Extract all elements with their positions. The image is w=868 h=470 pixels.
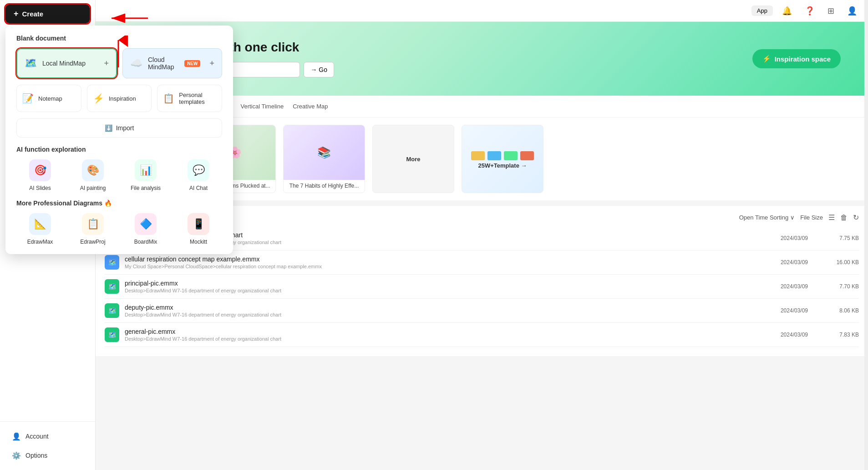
file-date-3: 2024/03/09 [753, 307, 808, 314]
local-mindmap-label: Local MindMap [42, 60, 86, 67]
mockitt-icon: 📱 [188, 213, 209, 235]
hero-go-button[interactable]: → Go [304, 62, 334, 77]
app-button[interactable]: App [751, 5, 773, 16]
tab-vertical-timeline[interactable]: Vertical Timeline [240, 101, 284, 112]
file-name-1: cellular respiration concept map example… [125, 255, 748, 263]
file-name-2: principal-pic.emmx [125, 280, 748, 287]
new-badge: NEW [184, 60, 200, 67]
cloud-mindmap-card[interactable]: ☁️ Cloud MindMap NEW + [122, 48, 222, 78]
sidebar-item-label: Account [25, 433, 49, 440]
edrawproj-label: EdrawProj [80, 239, 105, 245]
file-path-1: My Cloud Space>Personal CloudSpace>cellu… [125, 264, 352, 269]
inspiration-card[interactable]: ⚡ Inspiration [87, 85, 152, 112]
edrawproj-item[interactable]: 📋 EdrawProj [69, 213, 117, 245]
file-date-1: 2024/03/09 [753, 259, 808, 266]
create-menu: Blank document 🗺️ Local MindMap + ☁️ Clo… [5, 26, 233, 254]
template-card-25w[interactable]: 25W+Template → [462, 125, 543, 193]
grid-button[interactable]: ⊞ [824, 4, 838, 18]
create-label: Create [22, 10, 44, 18]
ai-functions-grid: 🎯 AI Slides 🎨 AI painting 📊 File analysi… [16, 159, 222, 191]
personal-templates-label: Personal templates [179, 92, 216, 105]
edrawmax-label: EdrawMax [27, 239, 53, 245]
ai-chat-icon: 💬 [188, 159, 209, 181]
file-size-1: 16.00 KB [813, 259, 859, 266]
ai-painting-item[interactable]: 🎨 AI painting [69, 159, 117, 191]
template-thumb-2: 📚 [284, 125, 365, 180]
sidebar-item-label: Options [25, 452, 47, 459]
cloud-mindmap-icon: ☁️ [130, 57, 142, 69]
personal-templates-card[interactable]: 📋 Personal templates [157, 85, 222, 112]
mockitt-item[interactable]: 📱 Mockitt [175, 213, 222, 245]
file-path-3: Desktop>EdrawMind W7-16 department of en… [125, 312, 352, 317]
file-size-3: 8.06 KB [813, 307, 859, 314]
bell-button[interactable]: 🔔 [778, 4, 796, 18]
edrawmax-item[interactable]: 📐 EdrawMax [16, 213, 64, 245]
ai-slides-label: AI Slides [29, 185, 51, 191]
account-icon: 👤 [12, 432, 21, 441]
file-size-0: 7.75 KB [813, 235, 859, 241]
file-name-3: deputy-pic.emmx [125, 304, 748, 311]
notemap-card[interactable]: 📝 Notemap [16, 85, 81, 112]
ai-chat-label: AI Chat [189, 185, 208, 191]
notemap-label: Notemap [38, 95, 62, 102]
file-row-2[interactable]: 🗺️ principal-pic.emmx Desktop>EdrawMind … [105, 275, 859, 299]
lightning-icon: ⚡ [762, 55, 771, 63]
boardmix-item[interactable]: 🔷 BoardMix [122, 213, 169, 245]
file-icon-2: 🗺️ [105, 279, 119, 294]
list-view-button[interactable]: ☰ [828, 213, 835, 222]
local-mindmap-icon: 🗺️ [25, 57, 37, 69]
refresh-button[interactable]: ↻ [853, 213, 859, 222]
sort-arrow-icon: ∨ [790, 214, 795, 221]
help-button[interactable]: ❓ [801, 4, 818, 18]
file-date-2: 2024/03/09 [753, 283, 808, 290]
sidebar-bottom: 👤 Account ⚙️ Options [0, 421, 95, 470]
personal-templates-icon: 📋 [163, 93, 174, 104]
tab-creative-map[interactable]: Creative Map [293, 101, 328, 112]
template-card-2[interactable]: 📚 The 7 Habits of Highly Effe... [283, 125, 365, 193]
pro-diagrams-grid: 📐 EdrawMax 📋 EdrawProj 🔷 BoardMix 📱 Mock… [16, 213, 222, 245]
inspiration-icon: ⚡ [93, 93, 104, 104]
file-analysis-item[interactable]: 📊 File analysis [122, 159, 169, 191]
cloud-mindmap-label: Cloud MindMap [148, 56, 179, 71]
user-button[interactable]: 👤 [843, 4, 861, 18]
ai-chat-item[interactable]: 💬 AI Chat [175, 159, 222, 191]
ai-painting-label: AI painting [80, 185, 106, 191]
file-row-4[interactable]: 🗺️ general-pic.emmx Desktop>EdrawMind W7… [105, 323, 859, 347]
import-button[interactable]: ⬇️ Import [16, 118, 222, 138]
edrawproj-icon: 📋 [82, 213, 104, 235]
file-date-4: 2024/03/09 [753, 332, 808, 338]
sort-button[interactable]: Open Time Sorting ∨ [739, 214, 795, 221]
file-path-2: Desktop>EdrawMind W7-16 department of en… [125, 288, 352, 293]
topbar: App 🔔 ❓ ⊞ 👤 [96, 0, 868, 22]
sidebar-item-account[interactable]: 👤 Account [4, 427, 91, 445]
file-info-2: principal-pic.emmx Desktop>EdrawMind W7-… [125, 280, 748, 293]
recent-header-actions: Open Time Sorting ∨ File Size ☰ 🗑 ↻ [739, 213, 859, 222]
pro-diagrams-title: More Professional Diagrams 🔥 [16, 199, 222, 207]
inspiration-label: Inspiration [109, 95, 136, 102]
file-size-4: 7.83 KB [813, 332, 859, 338]
local-mindmap-card[interactable]: 🗺️ Local MindMap + [16, 48, 117, 78]
25w-label: 25W+Template → [478, 162, 527, 169]
ai-painting-icon: 🎨 [82, 159, 104, 181]
import-icon: ⬇️ [105, 124, 112, 132]
other-options-row: 📝 Notemap ⚡ Inspiration 📋 Personal templ… [16, 85, 222, 112]
file-info-4: general-pic.emmx Desktop>EdrawMind W7-16… [125, 328, 748, 342]
file-analysis-icon: 📊 [135, 159, 157, 181]
notemap-icon: 📝 [22, 93, 34, 104]
file-icon-3: 🗺️ [105, 303, 119, 318]
ai-slides-icon: 🎯 [29, 159, 51, 181]
file-icon-4: 🗺️ [105, 327, 119, 342]
file-row-3[interactable]: 🗺️ deputy-pic.emmx Desktop>EdrawMind W7-… [105, 299, 859, 323]
file-info-1: cellular respiration concept map example… [125, 255, 748, 269]
delete-button[interactable]: 🗑 [840, 214, 848, 222]
template-card-more[interactable]: More [372, 125, 454, 193]
ai-slides-item[interactable]: 🎯 AI Slides [16, 159, 64, 191]
blank-options-row: 🗺️ Local MindMap + ☁️ Cloud MindMap NEW … [16, 48, 222, 78]
sidebar-item-options[interactable]: ⚙️ Options [4, 446, 91, 465]
inspiration-space-button[interactable]: ⚡ Inspiration space [752, 49, 841, 68]
mockitt-label: Mockitt [190, 239, 207, 245]
create-button[interactable]: + Create [5, 5, 90, 23]
scrollbar[interactable] [864, 0, 868, 470]
local-mindmap-plus-icon: + [104, 59, 109, 68]
plus-icon: + [14, 9, 19, 19]
